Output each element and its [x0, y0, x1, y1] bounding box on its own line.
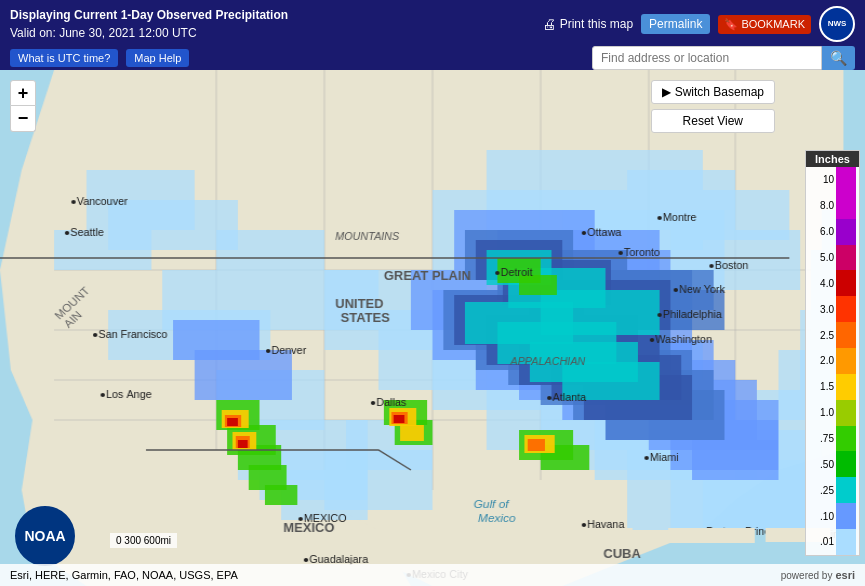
switch-basemap-button[interactable]: ▶ Switch Basemap [651, 80, 775, 104]
header-title: Displaying Current 1-Day Observed Precip… [10, 6, 288, 42]
legend-value: .75 [809, 433, 834, 444]
map-help-button[interactable]: Map Help [126, 49, 189, 67]
legend-item: .75 [806, 426, 859, 452]
legend-item: 8.0 [806, 193, 859, 219]
title-line2: Valid on: June 30, 2021 12:00 UTC [10, 24, 288, 42]
legend-color-swatch [836, 426, 856, 452]
legend-item: 4.0 [806, 270, 859, 296]
header: Displaying Current 1-Day Observed Precip… [0, 0, 865, 70]
legend-value: 1.5 [809, 381, 834, 392]
legend-item: .01 [806, 529, 859, 555]
legend-value: .50 [809, 459, 834, 470]
legend-value: .01 [809, 536, 834, 547]
header-nav: What is UTC time? Map Help [10, 49, 189, 67]
legend-color-swatch [836, 270, 856, 296]
legend-color-swatch [836, 451, 856, 477]
legend-value: 10 [809, 174, 834, 185]
header-top: Displaying Current 1-Day Observed Precip… [10, 6, 855, 42]
legend-title: Inches [806, 151, 859, 167]
legend-value: 1.0 [809, 407, 834, 418]
legend-color-swatch [836, 477, 856, 503]
legend-value: 8.0 [809, 200, 834, 211]
zoom-controls: + − [10, 80, 36, 132]
utc-time-button[interactable]: What is UTC time? [10, 49, 118, 67]
noaa-text: NOAA [24, 528, 65, 544]
zoom-in-button[interactable]: + [10, 80, 36, 106]
print-button[interactable]: 🖨 Print this map [542, 16, 633, 32]
legend-value: 5.0 [809, 252, 834, 263]
legend-color-swatch [836, 296, 856, 322]
legend-value: 3.0 [809, 304, 834, 315]
legend-scale: 108.06.05.04.03.02.52.01.51.0.75.50.25.1… [806, 167, 859, 555]
search-button[interactable]: 🔍 [822, 46, 855, 70]
legend-value: .10 [809, 511, 834, 522]
legend-color-swatch [836, 167, 856, 193]
attribution-bar: Esri, HERE, Garmin, FAO, NOAA, USGS, EPA… [0, 564, 865, 586]
legend-item: 1.0 [806, 400, 859, 426]
esri-label: esri [835, 569, 855, 581]
legend-item: .50 [806, 451, 859, 477]
header-bottom: What is UTC time? Map Help 🔍 [10, 46, 855, 70]
legend-value: 2.0 [809, 355, 834, 366]
noaa-logo: NOAA [15, 506, 75, 566]
nws-badge: NWS [819, 6, 855, 42]
legend-item: 6.0 [806, 219, 859, 245]
reset-view-button[interactable]: Reset View [651, 109, 775, 133]
attribution-text: Esri, HERE, Garmin, FAO, NOAA, USGS, EPA [10, 569, 238, 581]
map-controls-panel: ▶ Switch Basemap Reset View [651, 80, 775, 133]
legend-item: 3.0 [806, 296, 859, 322]
legend-item: .10 [806, 503, 859, 529]
esri-logo: powered by esri [781, 569, 855, 581]
search-container: 🔍 [592, 46, 855, 70]
map-canvas [0, 70, 865, 586]
legend-item: 5.0 [806, 245, 859, 271]
legend-color-swatch [836, 348, 856, 374]
bookmark-icon: 🔖 [724, 18, 738, 31]
scale-bar: 0 300 600mi [110, 533, 177, 548]
legend-color-swatch [836, 374, 856, 400]
zoom-out-button[interactable]: − [10, 106, 36, 132]
powered-by-label: powered by [781, 570, 833, 581]
legend-color-swatch [836, 400, 856, 426]
page-container: Displaying Current 1-Day Observed Precip… [0, 0, 865, 586]
legend-item: 1.5 [806, 374, 859, 400]
noaa-circle: NOAA [15, 506, 75, 566]
legend-color-swatch [836, 245, 856, 271]
legend-color-swatch [836, 529, 856, 555]
search-input[interactable] [592, 46, 822, 70]
legend-color-swatch [836, 219, 856, 245]
legend-item: .25 [806, 477, 859, 503]
map-area[interactable]: + − ▶ Switch Basemap Reset View NOAA Inc… [0, 70, 865, 586]
bookmark-button[interactable]: 🔖 BOOKMARK [718, 15, 811, 34]
triangle-icon: ▶ [662, 85, 671, 99]
legend-item: 2.0 [806, 348, 859, 374]
legend-item: 2.5 [806, 322, 859, 348]
permalink-button[interactable]: Permalink [641, 14, 710, 34]
legend-color-swatch [836, 322, 856, 348]
legend-value: 2.5 [809, 330, 834, 341]
legend-value: .25 [809, 485, 834, 496]
legend-color-swatch [836, 503, 856, 529]
print-icon: 🖨 [542, 16, 556, 32]
legend-value: 6.0 [809, 226, 834, 237]
legend-color-swatch [836, 193, 856, 219]
precipitation-legend: Inches 108.06.05.04.03.02.52.01.51.0.75.… [805, 150, 860, 556]
title-line1: Displaying Current 1-Day Observed Precip… [10, 6, 288, 24]
legend-value: 4.0 [809, 278, 834, 289]
legend-item: 10 [806, 167, 859, 193]
header-actions: 🖨 Print this map Permalink 🔖 BOOKMARK NW… [542, 6, 855, 42]
